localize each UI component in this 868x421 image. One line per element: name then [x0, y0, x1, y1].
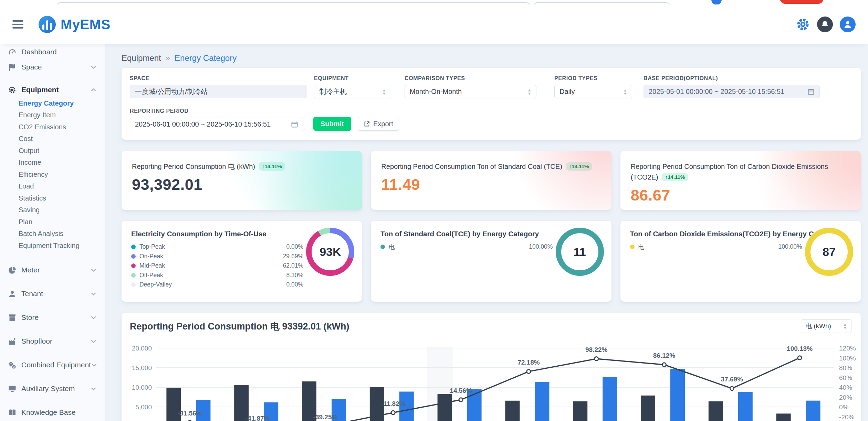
- book-icon: [8, 408, 17, 417]
- sidebar-subitem-income[interactable]: Income: [0, 157, 105, 169]
- base-period-bar: [776, 413, 791, 421]
- legend-item[interactable]: 电100.00%: [630, 242, 802, 252]
- sidebar-item-space[interactable]: Space: [0, 60, 105, 74]
- sidebar-subitem-label: Energy Category: [19, 99, 74, 107]
- reporting-period-bar: [738, 392, 753, 421]
- sidebar-subitem-statistics[interactable]: Statistics: [0, 192, 105, 204]
- legend-label: 电: [389, 243, 395, 251]
- reporting-period-input[interactable]: 2025-06-01 00:00:00 ~ 2025-06-10 15:56:5…: [130, 118, 303, 131]
- donut-center-value: 87: [805, 228, 853, 276]
- mom-change-line: [190, 358, 799, 421]
- submit-button[interactable]: Submit: [313, 117, 351, 131]
- legend-item[interactable]: Deep-Valley0.00%: [131, 280, 303, 290]
- sidebar-item-label: Space: [21, 63, 42, 71]
- base-period-field: BASE PERIOD(OPTIONAL) 2025-05-01 00:00:0…: [644, 75, 820, 98]
- sidebar-item-dashboard[interactable]: Dashboard: [0, 45, 105, 59]
- comparison-types-select[interactable]: Month-On-Month ▲▼: [405, 85, 536, 98]
- hamburger-menu-icon[interactable]: [12, 20, 23, 29]
- base-period-input[interactable]: 2025-05-01 00:00:00 ~ 2025-05-10 15:56:5…: [644, 85, 820, 98]
- select-arrows-icon: ▲▼: [523, 88, 531, 95]
- reporting-period-field: REPORTING PERIOD 2025-06-01 00:00:00 ~ 2…: [130, 108, 303, 131]
- sidebar-item-auxiliary-system[interactable]: Auxiliary System: [0, 382, 105, 396]
- cropped-search-box[interactable]: [532, 2, 671, 4]
- comparison-types-label: COMPARISON TYPES: [405, 75, 536, 82]
- cropped-browser-toolbar: [0, 0, 868, 4]
- user-avatar-icon[interactable]: [840, 17, 856, 32]
- sidebar-subitem-co2-emissions[interactable]: CO2 Emissions: [0, 121, 105, 133]
- reporting-period-bar: [670, 369, 685, 421]
- select-arrows-icon: ▲▼: [839, 323, 847, 330]
- unit-select[interactable]: 电 (kWh) ▲▼: [801, 319, 851, 333]
- legend-dot-icon: [380, 245, 385, 249]
- cropped-address-bar[interactable]: [55, 2, 531, 4]
- export-button[interactable]: Export: [358, 117, 399, 131]
- breadcrumb-energy-category[interactable]: Energy Category: [175, 53, 237, 63]
- legend-dot-icon: [131, 282, 136, 287]
- person-icon: [8, 290, 17, 298]
- sidebar-subitem-energy-item[interactable]: Energy Item: [0, 109, 105, 121]
- period-types-select[interactable]: Daily ▲▼: [554, 85, 632, 98]
- legend-item[interactable]: Mid-Peak62.01%: [131, 261, 303, 271]
- flag-icon: [8, 63, 17, 72]
- line-marker: [662, 363, 666, 367]
- svg-text:72.18%: 72.18%: [517, 359, 540, 366]
- svg-text:86.12%: 86.12%: [653, 352, 676, 359]
- sidebar-subitem-cost[interactable]: Cost: [0, 133, 105, 145]
- sidebar-subitem-equipment-tracking[interactable]: Equipment Tracking: [0, 240, 105, 251]
- cropped-action-button[interactable]: [780, 0, 824, 4]
- breadcrumb-equipment[interactable]: Equipment: [122, 53, 161, 63]
- sidebar-subitem-batch-analysis[interactable]: Batch Analysis: [0, 228, 105, 240]
- period-types-field: PERIOD TYPES Daily ▲▼: [554, 75, 632, 98]
- cropped-account-button[interactable]: [711, 0, 722, 4]
- sidebar-item-tenant[interactable]: Tenant: [0, 287, 105, 301]
- base-period-label: BASE PERIOD(OPTIONAL): [644, 75, 820, 82]
- legend-dot-icon: [131, 254, 136, 259]
- legend-item[interactable]: 电100.00%: [380, 242, 553, 252]
- sidebar-subitem-label: Efficiency: [19, 171, 48, 179]
- legend-dot-icon: [630, 245, 635, 249]
- sidebar-subitem-plan[interactable]: Plan: [0, 216, 105, 228]
- base-period-bar: [709, 401, 723, 421]
- notifications-bell-icon[interactable]: [817, 17, 833, 32]
- sidebar-item-equipment[interactable]: Equipment: [0, 83, 105, 97]
- select-arrows-icon: ▲▼: [619, 88, 627, 95]
- settings-gear-icon[interactable]: [796, 17, 810, 32]
- chevron-down-icon: [90, 386, 97, 392]
- space-input[interactable]: 一度城/公用动力/制冷站: [130, 85, 307, 98]
- sidebar-item-label: Dashboard: [21, 48, 57, 56]
- equipment-select[interactable]: 制冷主机 ▲▼: [314, 85, 391, 98]
- sidebar-subitem-label: Equipment Tracking: [19, 242, 80, 250]
- sidebar-item-label: Knowledge Base: [21, 408, 76, 417]
- legend-percent: 100.00%: [529, 243, 553, 250]
- donut-chart: 11: [556, 228, 604, 276]
- sidebar-item-combined-equipment[interactable]: Combined Equipment: [0, 358, 105, 372]
- sidebar-item-knowledge-base[interactable]: Knowledge Base: [0, 406, 105, 419]
- line-marker: [527, 370, 531, 374]
- kpi-value: 93,392.01: [132, 176, 352, 194]
- chevron-down-icon: [91, 362, 97, 368]
- donut-center-value: 11: [556, 228, 604, 276]
- sidebar-item-store[interactable]: Store: [0, 311, 105, 324]
- tce-donut-card: Ton of Standard Coal(TCE) by Energy Cate…: [371, 221, 611, 302]
- brand-logo[interactable]: MyEMS: [39, 16, 111, 33]
- sidebar-subitem-output[interactable]: Output: [0, 145, 105, 156]
- sidebar-subitem-energy-category[interactable]: Energy Category: [0, 97, 105, 109]
- base-period-bar: [573, 401, 587, 421]
- sidebar-item-label: Equipment: [21, 86, 59, 94]
- legend-item[interactable]: Off-Peak8.30%: [131, 271, 303, 280]
- svg-text:0%: 0%: [839, 403, 849, 411]
- kpi-value: 11.49: [381, 176, 601, 194]
- kpi-card-tco2e: Reporting Period Consumption Ton of Carb…: [620, 151, 861, 210]
- base-period-bar: [438, 394, 452, 421]
- reporting-period-bar: [535, 382, 549, 421]
- sidebar-item-meter[interactable]: Meter: [0, 263, 105, 277]
- legend-item[interactable]: Top-Peak0.00%: [131, 242, 303, 252]
- reporting-period-bar: [603, 377, 617, 421]
- sidebar-subitem-label: Saving: [19, 206, 40, 214]
- sidebar-subitem-saving[interactable]: Saving: [0, 204, 105, 216]
- sidebar-subitem-efficiency[interactable]: Efficiency: [0, 169, 105, 180]
- legend-item[interactable]: On-Peak29.69%: [131, 252, 303, 261]
- svg-text:-11.82%: -11.82%: [381, 400, 405, 407]
- sidebar-item-shopfloor[interactable]: Shopfloor: [0, 334, 105, 348]
- sidebar-subitem-load[interactable]: Load: [0, 181, 105, 192]
